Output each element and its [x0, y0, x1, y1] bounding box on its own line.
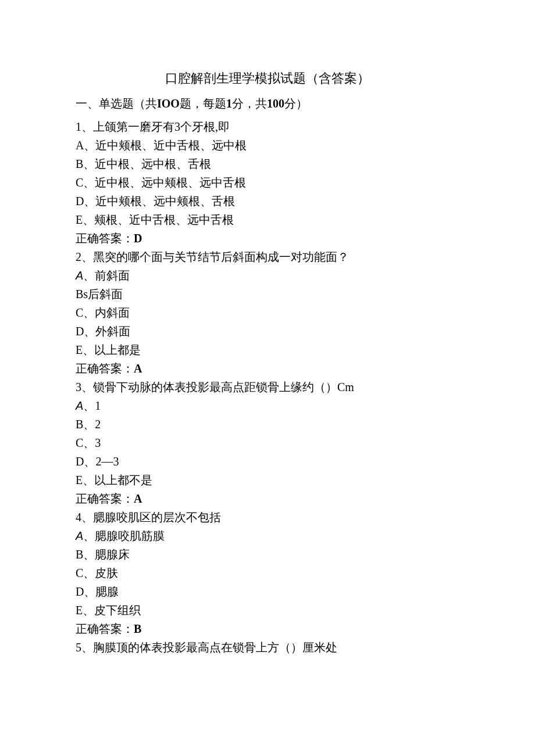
option-separator: 、 [83, 269, 95, 282]
option: A、近中颊根、近中舌根、远中根 [76, 136, 459, 155]
option-text: 1 [95, 399, 101, 412]
option-text: 近中颊根、近中舌根、远中根 [95, 139, 247, 152]
option-label: B [76, 548, 83, 561]
option: D、腮腺 [76, 582, 459, 601]
option-label: D [76, 325, 84, 338]
questions-container: 1、上颌第一磨牙有3个牙根,即A、近中颊根、近中舌根、远中根B、近中根、远中根、… [76, 117, 459, 657]
question-stem: 4、腮腺咬肌区的层次不包括 [76, 508, 459, 526]
option-label: C [76, 306, 83, 319]
option: D、2—3 [76, 452, 459, 471]
answer: 正确答案：A [76, 359, 459, 378]
option-text: 近中颊根、远中颊根、舌根 [95, 195, 235, 207]
question-number: 3 [76, 381, 81, 393]
option: E、以上都是 [76, 341, 459, 359]
section-score-each: 1 [226, 97, 232, 110]
question-text: 、腮腺咬肌区的层次不包括 [81, 511, 221, 524]
option: D、外斜面 [76, 322, 459, 341]
answer-value: D [134, 232, 142, 245]
option-text: 2—3 [95, 455, 119, 468]
option-label: E [76, 474, 83, 486]
question-stem: 1、上颌第一磨牙有3个牙根,即 [76, 117, 459, 136]
option-label: E [76, 213, 83, 226]
option-label: E [76, 343, 83, 356]
option-text: 颊根、近中舌根、远中舌根 [94, 213, 234, 226]
option: A、1 [76, 396, 459, 415]
option-label: B [76, 418, 83, 431]
option-text: 腮腺床 [95, 548, 130, 561]
option-separator: 、 [83, 399, 95, 412]
option: C、内斜面 [76, 303, 459, 322]
option-text: 3 [95, 436, 101, 449]
question-number: 2 [76, 250, 81, 263]
answer: 正确答案：B [76, 619, 459, 638]
section-header: 一、单选题（共IOO题，每题1分，共100分） [76, 94, 459, 113]
question-number: 5 [76, 641, 81, 654]
option-text: 内斜面 [95, 306, 130, 319]
section-mid1: 题，每题 [180, 97, 226, 110]
option-separator: 、 [84, 195, 95, 207]
answer: 正确答案：D [76, 229, 459, 248]
option: B、近中根、远中根、舌根 [76, 155, 459, 173]
question-text: 、黑突的哪个面与关节结节后斜面构成一对功能面？ [81, 250, 349, 263]
option-separator: 、 [83, 529, 95, 542]
answer: 正确答案：A [76, 489, 459, 508]
option: E、以上都不是 [76, 471, 459, 489]
section-count2: 100 [267, 97, 284, 110]
answer-label: 正确答案： [76, 362, 134, 375]
question-text: 、胸膜顶的体表投影最高点在锁骨上方（）厘米处 [81, 641, 337, 654]
option-separator: 、 [83, 418, 95, 431]
option-text: 以上都是 [94, 343, 141, 356]
answer-value: A [134, 362, 142, 375]
section-count1: IOO [157, 97, 180, 110]
option-separator: 、 [83, 567, 95, 579]
question-text: 、上颌第一磨牙有3个牙根,即 [81, 120, 230, 133]
option-separator: 、 [83, 176, 95, 189]
option-label: B [76, 157, 83, 170]
document-title: 口腔解剖生理学模拟试题（含答案） [76, 70, 459, 87]
option-separator: 、 [83, 548, 95, 561]
question-stem: 5、胸膜顶的体表投影最高点在锁骨上方（）厘米处 [76, 638, 459, 657]
option-separator: 、 [83, 213, 94, 226]
option-text: 2 [95, 418, 101, 431]
option-separator: 、 [83, 604, 94, 617]
option-separator: 、 [83, 436, 95, 449]
option: C、皮肤 [76, 564, 459, 582]
option: B、2 [76, 415, 459, 433]
option-separator: 、 [83, 306, 95, 319]
option-separator: 、 [83, 157, 95, 170]
section-mid2: 分，共 [232, 97, 267, 110]
option-text: 腮腺 [95, 585, 119, 598]
option-label: A [76, 529, 83, 542]
option-text: 近中根、远中根、舌根 [95, 157, 211, 170]
answer-label: 正确答案： [76, 232, 134, 245]
option-label: C [76, 436, 83, 449]
question-number: 1 [76, 120, 81, 133]
option-text: 外斜面 [95, 325, 130, 338]
question-text: 、锁骨下动脉的体表投影最高点距锁骨上缘约（）Cm [81, 381, 354, 393]
option: C、3 [76, 433, 459, 452]
option-text: 前斜面 [95, 269, 130, 282]
option-separator: 、 [84, 325, 95, 338]
option-text: 以上都不是 [94, 474, 152, 486]
option-label: D [76, 455, 84, 468]
answer-label: 正确答案： [76, 622, 134, 635]
option: C、近中根、远中颊根、远中舌根 [76, 173, 459, 192]
question-stem: 2、黑突的哪个面与关节结节后斜面构成一对功能面？ [76, 248, 459, 266]
option-label: D [76, 585, 84, 598]
option-label: D [76, 195, 84, 207]
option-text: 腮腺咬肌筋膜 [95, 529, 165, 542]
answer-value: B [134, 622, 141, 635]
option-label: E [76, 604, 83, 617]
option-text: 皮下组织 [94, 604, 141, 617]
option-label: A [76, 399, 83, 412]
option-separator: 、 [84, 455, 95, 468]
question-number: 4 [76, 511, 81, 524]
option: A、腮腺咬肌筋膜 [76, 526, 459, 545]
option-separator: 、 [84, 585, 95, 598]
option-separator: 、 [83, 474, 94, 486]
option: E、颊根、近中舌根、远中舌根 [76, 210, 459, 229]
option-text: 近中根、远中颊根、远中舌根 [95, 176, 246, 189]
option-separator: 、 [84, 139, 95, 152]
section-prefix: 一、单选题（共 [76, 97, 157, 110]
option-label: A [76, 269, 83, 282]
